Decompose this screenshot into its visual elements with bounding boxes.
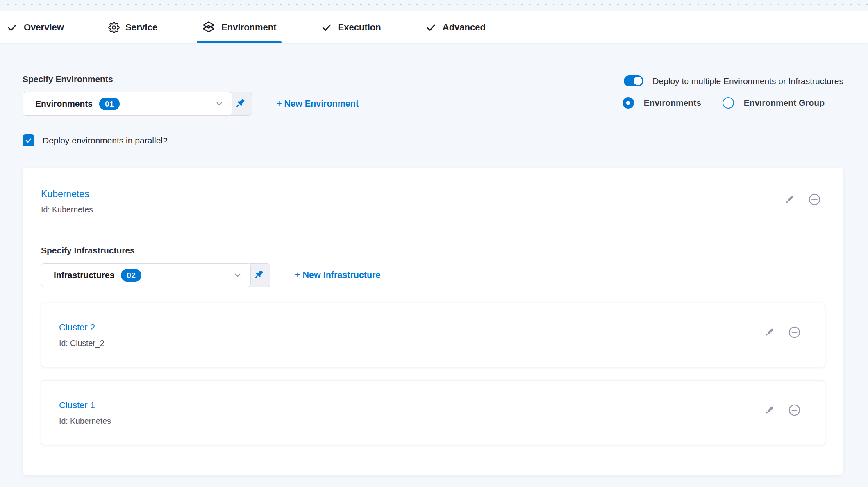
tab-label: Environment: [221, 22, 276, 33]
radio-environment-group[interactable]: Environment Group: [723, 97, 825, 109]
new-infrastructure-button[interactable]: + New Infrastructure: [295, 270, 381, 280]
tab-service[interactable]: Service: [104, 11, 161, 43]
infrastructure-name-link[interactable]: Cluster 1: [59, 400, 111, 411]
environments-count-badge: 01: [99, 98, 120, 110]
pin-icon: [234, 97, 246, 111]
infrastructure-card: Cluster 1 Id: Kubernetes: [41, 380, 825, 445]
edit-infrastructure-button[interactable]: [763, 327, 775, 339]
check-icon: [321, 22, 332, 33]
deploy-parallel-checkbox[interactable]: [23, 134, 34, 146]
infrastructure-id: Id: Kubernetes: [59, 416, 111, 426]
environment-card: Kubernetes Id: Kubernetes: [23, 168, 843, 475]
pencil-icon: [763, 327, 775, 339]
check-icon: [7, 22, 18, 33]
radio-environments[interactable]: Environments: [623, 97, 701, 109]
multi-environment-toggle-label: Deploy to multiple Environments or Infra…: [652, 76, 843, 86]
tab-label: Overview: [24, 22, 64, 33]
check-icon: [425, 22, 437, 33]
stage-tab-bar: Overview Service Environment Execution: [0, 11, 868, 43]
environment-id: Id: Kubernetes: [41, 205, 93, 214]
pipeline-canvas-strip: [0, 0, 868, 11]
radio-selected-icon: [623, 97, 634, 109]
specify-environments-heading: Specify Environments: [23, 74, 359, 84]
pencil-icon: [784, 194, 795, 207]
remove-environment-button[interactable]: [807, 192, 822, 208]
infrastructures-count-badge: 02: [121, 269, 141, 282]
infrastructures-select-label: Infrastructures: [54, 270, 114, 280]
tab-environment[interactable]: Environment: [198, 11, 280, 43]
minus-circle-icon: [787, 403, 802, 419]
deploy-parallel-row: Deploy environments in parallel?: [23, 134, 843, 146]
edit-infrastructure-button[interactable]: [763, 405, 775, 417]
tab-label: Advanced: [443, 22, 486, 33]
deploy-parallel-label: Deploy environments in parallel?: [43, 136, 168, 146]
tab-overview[interactable]: Overview: [2, 11, 68, 43]
environment-layers-icon: [202, 20, 216, 34]
pin-icon: [252, 269, 265, 282]
new-environment-button[interactable]: + New Environment: [277, 99, 359, 109]
infrastructure-name-link[interactable]: Cluster 2: [59, 322, 105, 333]
tab-execution[interactable]: Execution: [317, 11, 385, 43]
infrastructure-id: Id: Cluster_2: [59, 339, 105, 348]
radio-environments-label: Environments: [644, 98, 701, 108]
gear-icon: [108, 22, 120, 33]
pencil-icon: [763, 405, 775, 417]
tab-label: Execution: [338, 22, 381, 33]
tab-advanced[interactable]: Advanced: [421, 11, 490, 43]
multi-environment-toggle[interactable]: [624, 75, 643, 86]
environments-select[interactable]: Environments 01: [23, 92, 232, 116]
environment-tab-content: Specify Environments Environments 01: [0, 74, 868, 475]
minus-circle-icon: [807, 192, 822, 208]
infrastructure-identity: Cluster 1 Id: Kubernetes: [59, 400, 111, 426]
specify-environments-block: Specify Environments Environments 01: [23, 74, 359, 116]
infrastructure-actions: [763, 325, 802, 341]
infrastructure-identity: Cluster 2 Id: Cluster_2: [59, 322, 105, 348]
environment-header: Kubernetes Id: Kubernetes: [41, 188, 825, 214]
environment-type-radio-group: Environments Environment Group: [623, 97, 825, 109]
infrastructure-actions: [763, 403, 802, 419]
specify-infrastructures-heading: Specify Infrastructures: [41, 245, 825, 256]
radio-environment-group-label: Environment Group: [744, 98, 825, 108]
environment-name-link[interactable]: Kubernetes: [41, 188, 93, 200]
remove-infrastructure-button[interactable]: [787, 403, 802, 419]
tab-label: Service: [125, 22, 157, 33]
chevron-down-icon: [232, 270, 243, 280]
environment-identity: Kubernetes Id: Kubernetes: [41, 188, 93, 214]
environment-actions: [784, 192, 822, 208]
infrastructure-card: Cluster 2 Id: Cluster_2: [41, 303, 825, 367]
chevron-down-icon: [214, 98, 225, 109]
toggle-knob: [634, 77, 642, 85]
radio-unselected-icon: [723, 97, 734, 109]
environments-select-label: Environments: [35, 99, 93, 109]
infrastructures-select[interactable]: Infrastructures 02: [41, 263, 251, 287]
minus-circle-icon: [787, 325, 802, 341]
deploy-options-block: Deploy to multiple Environments or Infra…: [623, 75, 843, 109]
remove-infrastructure-button[interactable]: [787, 325, 802, 341]
card-divider: [41, 230, 825, 230]
multi-environment-toggle-row: Deploy to multiple Environments or Infra…: [624, 75, 843, 86]
edit-environment-button[interactable]: [784, 194, 795, 207]
